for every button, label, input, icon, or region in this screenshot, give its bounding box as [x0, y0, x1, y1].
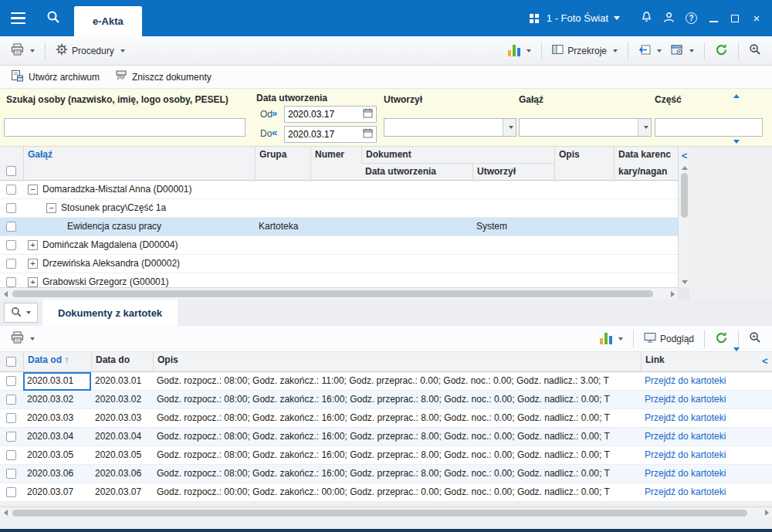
minimize-button[interactable]	[703, 7, 724, 30]
galaz-select[interactable]	[519, 118, 652, 137]
quick-filter-button[interactable]	[4, 303, 38, 323]
tab-dokumenty-z-kartotek[interactable]: Dokumenty z kartotek	[42, 300, 178, 326]
create-archive-button[interactable]: Utwórz archiwum	[5, 66, 106, 87]
row-checkbox[interactable]	[6, 259, 16, 269]
collapse-left-button[interactable]: <	[762, 355, 768, 367]
analytics-button[interactable]	[595, 329, 628, 348]
table-row[interactable]: − Domaradzka-Misztal Anna (D00001)	[0, 181, 678, 199]
close-button[interactable]: ×	[746, 7, 767, 30]
company-dropdown-icon[interactable]	[614, 16, 620, 20]
destroy-documents-button[interactable]: Zniszcz dokumenty	[109, 66, 218, 87]
expand-node-icon[interactable]: +	[28, 259, 38, 269]
link-przejdz-do-kartoteki[interactable]: Przejdź do kartoteki	[641, 409, 764, 428]
navigate-box-button[interactable]	[634, 40, 666, 62]
scrollbar-thumb[interactable]	[12, 510, 747, 517]
link-przejdz-do-kartoteki[interactable]: Przejdź do kartoteki	[641, 483, 764, 502]
row-checkbox[interactable]	[6, 395, 16, 405]
przekroje-button[interactable]: Przekroje	[547, 40, 622, 61]
link-przejdz-do-kartoteki[interactable]: Przejdź do kartoteki	[641, 428, 764, 446]
maximize-button[interactable]	[724, 7, 746, 30]
help-button[interactable]: ?	[680, 7, 703, 30]
expand-node-icon[interactable]: +	[28, 240, 38, 250]
procedury-button[interactable]: Procedury	[51, 39, 130, 62]
column-header-galaz[interactable]: Gałąź	[23, 147, 255, 181]
table-row[interactable]: + Domińczak Magdalena (D00004)	[0, 236, 678, 255]
date-from-field[interactable]	[284, 106, 377, 123]
date-to-field[interactable]	[284, 126, 377, 143]
scrollbar-thumb[interactable]	[681, 173, 688, 218]
calendar-icon[interactable]	[363, 108, 373, 120]
row-checkbox[interactable]	[6, 222, 16, 232]
row-checkbox[interactable]	[6, 376, 16, 386]
scroll-down-button[interactable]	[679, 278, 690, 286]
row-checkbox[interactable]	[6, 450, 16, 460]
table-row[interactable]: + Drzewińska Aleksandra (D00002)	[0, 255, 678, 273]
scroll-right-button[interactable]	[761, 507, 772, 518]
podglad-button[interactable]: Podgląd	[639, 328, 699, 349]
table-row[interactable]: 2020.03.03 2020.03.03 Godz. rozpocz.: 08…	[0, 409, 772, 428]
global-search-button[interactable]	[36, 0, 71, 36]
table-row[interactable]: 2020.03.04 2020.03.04 Godz. rozpocz.: 08…	[0, 428, 772, 446]
select-all-checkbox[interactable]	[6, 357, 16, 367]
tab-e-akta[interactable]: e-Akta	[74, 6, 142, 36]
print-button[interactable]	[6, 327, 39, 350]
user-button[interactable]	[658, 7, 680, 30]
hamburger-menu-button[interactable]	[0, 0, 36, 36]
column-header-opis[interactable]: Opis	[153, 352, 641, 372]
row-checkbox[interactable]	[6, 413, 16, 423]
expand-node-icon[interactable]: +	[28, 277, 38, 287]
scroll-left-button[interactable]	[0, 288, 11, 300]
link-przejdz-do-kartoteki[interactable]: Przejdź do kartoteki	[641, 391, 764, 409]
table-row[interactable]: − Stosunek pracy\Część 1a	[0, 199, 678, 218]
table-row[interactable]: 2020.03.02 2020.03.02 Godz. rozpocz.: 08…	[0, 391, 772, 409]
cell-data-od-focused[interactable]: 2020.03.01	[23, 372, 91, 391]
column-header-grupa[interactable]: Grupa	[255, 147, 310, 181]
collapse-node-icon[interactable]: −	[28, 185, 38, 195]
refresh-button[interactable]	[710, 327, 733, 351]
table-row[interactable]: 2020.03.07 2020.03.07 Godz. rozpocz.: 00…	[0, 483, 772, 502]
date-from-input[interactable]	[288, 109, 361, 120]
window-settings-button[interactable]	[666, 40, 699, 62]
zoom-search-button[interactable]	[744, 327, 766, 350]
row-checkbox[interactable]	[6, 432, 16, 442]
row-checkbox[interactable]	[6, 240, 16, 250]
column-header-utworzyl[interactable]: Utworzył	[472, 164, 554, 181]
scroll-right-button[interactable]	[667, 288, 678, 300]
utworzyl-select[interactable]	[384, 118, 516, 137]
column-header-opis[interactable]: Opis	[554, 147, 614, 181]
collapse-left-button[interactable]: <	[679, 148, 690, 162]
link-przejdz-do-kartoteki[interactable]: Przejdź do kartoteki	[641, 465, 764, 483]
table-row[interactable]: 2020.03.01 2020.03.01 Godz. rozpocz.: 08…	[0, 372, 772, 391]
range-to-icon[interactable]: «	[272, 127, 277, 138]
table-row-selected[interactable]: Ewidencja czasu pracy Kartoteka System	[0, 218, 678, 236]
dropdown-button[interactable]	[503, 119, 516, 136]
collapse-down-button[interactable]	[730, 344, 743, 354]
date-to-input[interactable]	[288, 129, 361, 140]
table-row[interactable]: 2020.03.05 2020.03.05 Godz. rozpocz.: 08…	[0, 446, 772, 465]
notifications-button[interactable]	[635, 7, 658, 30]
calendar-icon[interactable]	[363, 128, 373, 141]
column-header-data-do[interactable]: Data do	[91, 352, 153, 372]
column-header-link[interactable]: Link	[641, 352, 760, 372]
collapse-up-button[interactable]	[730, 91, 743, 100]
row-checkbox[interactable]	[6, 487, 16, 497]
collapse-down-button[interactable]	[730, 137, 743, 146]
column-header-numer[interactable]: Numer	[310, 147, 361, 181]
horizontal-scrollbar[interactable]	[0, 507, 772, 517]
column-header-data-karenc[interactable]: Data karenc	[614, 147, 678, 164]
select-all-checkbox[interactable]	[6, 166, 16, 176]
row-checkbox[interactable]	[6, 185, 16, 195]
apps-grid-icon[interactable]	[530, 14, 539, 23]
table-row[interactable]: 2020.03.06 2020.03.06 Godz. rozpocz.: 08…	[0, 465, 772, 483]
range-from-icon[interactable]: »	[272, 107, 277, 119]
print-button[interactable]	[6, 39, 39, 62]
czesc-input[interactable]	[655, 118, 763, 137]
dropdown-button[interactable]	[638, 119, 651, 136]
link-przejdz-do-kartoteki[interactable]: Przejdź do kartoteki	[641, 372, 764, 391]
scroll-up-button[interactable]	[679, 164, 690, 171]
row-checkbox[interactable]	[6, 203, 16, 213]
column-header-data-utworzenia[interactable]: Data utworzenia	[361, 164, 472, 181]
zoom-search-button[interactable]	[744, 39, 766, 62]
scrollbar-thumb[interactable]	[12, 290, 653, 297]
vertical-scrollbar[interactable]: <	[678, 147, 689, 287]
